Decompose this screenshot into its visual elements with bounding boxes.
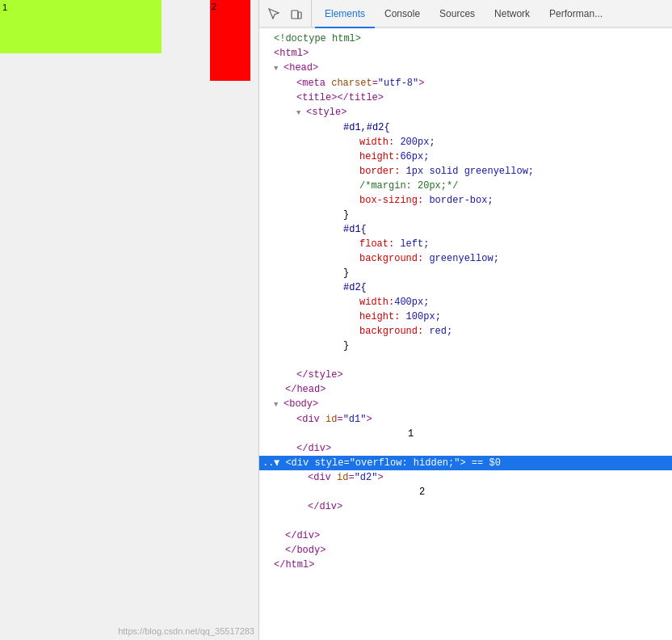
code-line: height:66px; [259, 149, 672, 164]
prop-width: width: [359, 135, 394, 149]
body-open-tag: <body> [284, 397, 318, 411]
code-line: width: 200px; [259, 135, 672, 149]
preview-number-1: 1 [2, 2, 7, 12]
watermark: https://blog.csdn.net/qq_35517283 [118, 626, 254, 636]
tab-network[interactable]: Network [485, 0, 540, 28]
val-bg-d1: greenyellow; [423, 251, 499, 266]
val-width-d2: 400px; [394, 295, 429, 309]
html-close-tag: </html> [274, 558, 314, 572]
div-d2-close: </div> [308, 499, 342, 514]
code-line: } [259, 266, 672, 280]
preview-d2-box: 2 [210, 0, 250, 81]
svg-rect-1 [298, 12, 301, 19]
code-line: background: greenyellow; [259, 251, 672, 266]
code-line: </div> [259, 528, 672, 543]
code-line: <style> [259, 105, 672, 120]
code-line: </head> [259, 382, 672, 397]
attr-id-d2-val: "d2" [355, 470, 378, 485]
val-height-d2: 100px; [400, 309, 440, 324]
div-overflow-close: </div> [285, 528, 320, 543]
prop-height: height: [359, 149, 400, 164]
meta-tag: <meta [296, 76, 331, 91]
prop-float: float: [359, 237, 394, 251]
attr-charset-name: charset [331, 76, 372, 91]
tab-elements[interactable]: Elements [315, 0, 375, 28]
code-line: height: 100px; [259, 309, 672, 324]
style-close-tag: </style> [296, 368, 343, 382]
code-line: } [259, 208, 672, 222]
elements-panel[interactable]: <!doctype html> <html> <head> <meta char… [259, 28, 672, 640]
code-line [259, 514, 672, 528]
device-toggle-icon[interactable] [288, 6, 304, 22]
body-close-tag: </body> [285, 543, 326, 558]
preview-d1-box: 1 [0, 0, 162, 53]
selector-d2: #d2{ [343, 280, 367, 295]
preview-number-2: 2 [212, 2, 216, 11]
attr-id-d2: id [337, 470, 348, 485]
code-line: <meta charset="utf-8"> [259, 76, 672, 91]
code-line: <html> [259, 46, 672, 61]
selector-d1d2: #d1,#d2{ [343, 120, 390, 135]
code-line: <div id="d2"> [259, 470, 672, 485]
val-bg-d2: red; [423, 324, 452, 339]
code-line: <title></title> [259, 91, 672, 105]
code-line: width:400px; [259, 295, 672, 309]
prop-bg-d1: background: [359, 251, 423, 266]
code-line: 2 [259, 485, 672, 499]
devtools-topbar: Elements Console Sources Network Perform… [259, 0, 672, 28]
prop-width-d2: width: [359, 295, 394, 309]
code-line: </div> [259, 499, 672, 514]
div-overflow-open: <div [285, 456, 314, 470]
code-line: box-sizing: border-box; [259, 193, 672, 208]
devtools-panel: Elements Console Sources Network Perform… [258, 0, 672, 640]
html-open-tag: <html> [274, 46, 309, 61]
attr-style-name: style [314, 456, 343, 470]
val-height: 66px; [400, 149, 429, 164]
close-brace-1: } [343, 208, 349, 222]
attr-style-value: "overflow: hidden;" [350, 456, 460, 470]
div-d1-open: <div [296, 412, 326, 427]
comment-margin: /*margin: 20px;*/ [359, 179, 458, 193]
devtools-tabs: Elements Console Sources Network Perform… [312, 0, 612, 27]
code-line: #d2{ [259, 280, 672, 295]
val-border: 1px solid greenyellow; [400, 164, 534, 179]
cursor-icon[interactable] [266, 6, 282, 22]
code-line: </html> [259, 558, 672, 572]
code-line: <body> [259, 397, 672, 412]
val-float: left; [394, 237, 429, 251]
code-line: 1 [259, 427, 672, 441]
tab-sources[interactable]: Sources [430, 0, 485, 28]
code-line: </div> [259, 441, 672, 456]
devtools-icon-area [259, 0, 312, 27]
close-brace-2: } [343, 266, 349, 280]
code-line: <div id="d1"> [259, 412, 672, 427]
attr-id-d1: id [326, 412, 337, 427]
code-line: border: 1px solid greenyellow; [259, 164, 672, 179]
selector-d1: #d1{ [343, 222, 367, 237]
prop-border: border: [359, 164, 400, 179]
code-line: #d1{ [259, 222, 672, 237]
highlighted-line[interactable]: ... ▼ <div style="overflow: hidden;"> ==… [259, 456, 672, 470]
expand-style[interactable] [296, 105, 306, 120]
title-tag: <title></title> [296, 91, 384, 105]
code-line: float: left; [259, 237, 672, 251]
expand-arrow-highlighted: ▼ [274, 456, 285, 470]
tab-performance[interactable]: Performan... [540, 0, 612, 28]
val-box-sizing: border-box; [423, 193, 493, 208]
prop-height-d2: height: [359, 309, 400, 324]
attr-id-d1-val: "d1" [343, 412, 367, 427]
style-open-tag: <style> [306, 105, 346, 120]
tab-console[interactable]: Console [375, 0, 430, 28]
expand-head[interactable] [274, 61, 284, 76]
code-line [259, 353, 672, 368]
main-layout: 1 2 https://blog.csdn.net/qq_35517283 [0, 0, 672, 640]
attr-charset-value: "utf-8" [378, 76, 418, 91]
div-d2-open: <div [308, 470, 337, 485]
code-line: </body> [259, 543, 672, 558]
code-line: <head> [259, 61, 672, 76]
code-line: /*margin: 20px;*/ [259, 179, 672, 193]
text-2: 2 [419, 485, 425, 499]
head-close-tag: </head> [285, 382, 326, 397]
code-line: <!doctype html> [259, 32, 672, 46]
expand-body[interactable] [274, 397, 284, 412]
